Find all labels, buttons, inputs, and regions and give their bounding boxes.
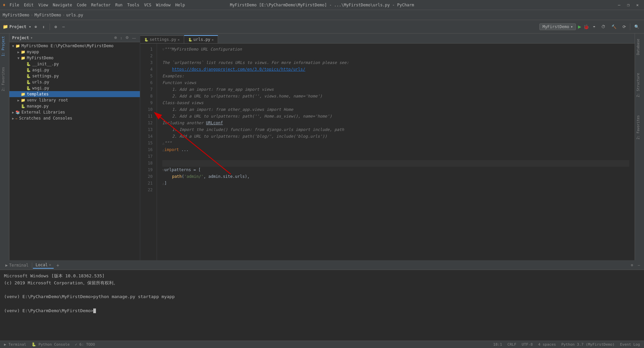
tab-settings[interactable]: 🐍 settings.py ✕: [140, 36, 184, 43]
code-text: Examples:: [162, 74, 184, 78]
line-numbers: 1 2 3 4 5 6 7 8 9 10 11 12 13 14 15 16 1: [140, 44, 157, 260]
code-text: The `urlpatterns` list routes URLs to vi…: [162, 60, 349, 65]
gear-icon[interactable]: ⊕: [33, 23, 39, 30]
status-position[interactable]: 18:1: [492, 342, 503, 347]
search-button[interactable]: 🔍: [632, 23, 641, 30]
project-icon: 📁: [3, 24, 8, 29]
code-line-15: △""": [162, 140, 629, 147]
status-indent[interactable]: 4 spaces: [537, 342, 557, 347]
build-button[interactable]: 🔨: [609, 23, 619, 30]
tree-item-wsgi[interactable]: ▶ 🐍 wsgi.py: [9, 85, 140, 91]
arrow-collapsed-icon: ▶: [12, 111, 14, 114]
tree-item-myfirstdemo-folder[interactable]: ▼ 📁 MyFirstDemo: [9, 55, 140, 61]
line-num-12: 12: [140, 120, 153, 127]
code-text: [162, 174, 172, 179]
code-text: """: [164, 141, 172, 145]
folder-icon: 📁: [21, 56, 25, 60]
menu-vcs[interactable]: VCS: [142, 2, 153, 8]
terminal-actions: ⚙ —: [630, 263, 641, 267]
window-title: MyFirstDemo [E:\PyCharmDemo\MyFirstDemo]…: [230, 3, 414, 7]
menu-navigate[interactable]: Navigate: [51, 2, 74, 8]
status-terminal-button[interactable]: ▶ Terminal: [3, 342, 28, 347]
tree-item-myapp[interactable]: ▶ 📁 myapp: [9, 49, 140, 55]
tab-urls[interactable]: 🐍 urls.py ✕: [184, 35, 218, 43]
menu-view[interactable]: View: [36, 2, 50, 8]
breadcrumb-item-project[interactable]: MyFirstDemo: [3, 13, 29, 17]
tab-close-button[interactable]: ✕: [177, 38, 179, 42]
sidebar-favorites-button[interactable]: 2: Favorites: [635, 112, 644, 143]
tree-item-external-libs[interactable]: ▶ 📚 External Libraries: [9, 109, 140, 115]
settings-icon[interactable]: ⚙: [53, 23, 59, 30]
terminal-close-button[interactable]: —: [636, 263, 641, 267]
menu-file[interactable]: File: [7, 2, 21, 8]
debug-button[interactable]: 🐞: [583, 24, 589, 29]
run-config-selector[interactable]: MyFirstDemo ▾: [539, 23, 576, 30]
menu-window[interactable]: Window: [154, 2, 172, 8]
status-python-console-button[interactable]: 🐍 Python Console: [30, 342, 71, 347]
close-button[interactable]: ✕: [634, 2, 641, 8]
code-text: 2. Add a URL to urlpatterns: path('', vi…: [162, 94, 322, 98]
code-content[interactable]: ▽"""MyFirstDemo URL Configuration The `u…: [157, 44, 635, 260]
menu-tools[interactable]: Tools: [125, 2, 141, 8]
tree-item-templates[interactable]: ▶ 📁 templates: [9, 91, 140, 97]
editor-container: 🐍 settings.py ✕ 🐍 urls.py ✕ 1 2 3 4 5: [140, 33, 635, 260]
separator: [50, 23, 50, 30]
code-line-5: Examples:: [162, 73, 629, 80]
tree-item-root[interactable]: ▼ 📁 MyFirstDemo E:\PyCharmDemo\MyFirstDe…: [9, 43, 140, 49]
import-keyword: import: [164, 147, 179, 152]
tab-close-button[interactable]: ✕: [212, 38, 214, 42]
py-icon: 🐍: [26, 86, 31, 90]
vcs-update-button[interactable]: ⟳: [621, 23, 628, 30]
maximize-button[interactable]: ❐: [625, 2, 632, 8]
sidebar-structure-button[interactable]: Z: Structure: [635, 70, 644, 100]
scope-icon[interactable]: ↕: [40, 23, 47, 30]
menu-edit[interactable]: Edit: [22, 2, 36, 8]
sep: [32, 263, 32, 268]
menu-run[interactable]: Run: [113, 2, 125, 8]
tab-urls-label: urls.py: [194, 37, 211, 42]
tree-item-venv[interactable]: ▶ 📁 venv library root: [9, 97, 140, 103]
panel-settings-button[interactable]: ⚙: [124, 35, 130, 41]
sidebar-database-button[interactable]: Database: [635, 36, 644, 58]
breadcrumb-item-module[interactable]: MyFirstDemo: [35, 13, 61, 17]
sidebar-item-favorites[interactable]: 2: Favorites: [0, 66, 9, 92]
status-crlf[interactable]: CRLF: [506, 342, 518, 347]
minus-icon[interactable]: —: [60, 23, 67, 30]
profile-button[interactable]: ⏱: [599, 23, 607, 30]
panel-collapse-button[interactable]: —: [131, 35, 137, 41]
status-todo-button[interactable]: ✓ 6: TODO: [74, 342, 97, 347]
favorites-label: 2: Favorites: [636, 114, 640, 141]
menu-help[interactable]: Help: [173, 2, 187, 8]
terminal-settings-button[interactable]: ⚙: [630, 263, 635, 267]
code-text: 2. Add a URL to urlpatterns: path('', Ho…: [162, 114, 332, 119]
tree-item-scratches[interactable]: ▶ ✏ Scratches and Consoles: [9, 115, 140, 121]
status-python-version[interactable]: Python 3.7 (MyFirstDemo): [560, 342, 616, 347]
tree-item-init-label: __init__.py: [32, 62, 59, 66]
sidebar-item-project[interactable]: 1: Project: [0, 35, 9, 58]
tab-close-icon[interactable]: ✕: [49, 263, 51, 267]
run-button[interactable]: ▶: [578, 23, 581, 30]
minimize-button[interactable]: —: [615, 2, 623, 8]
toolbar-left: 📁 Project ▾ ⊕ ↕ ⚙ —: [3, 23, 67, 30]
tree-item-myapp-label: myapp: [27, 50, 39, 54]
code-line-2: [162, 53, 629, 60]
status-event-log[interactable]: Event Log: [619, 342, 641, 347]
menu-code[interactable]: Code: [75, 2, 89, 8]
tab-local[interactable]: Local ✕: [33, 262, 54, 269]
tree-item-init[interactable]: ▶ 🐍 __init__.py: [9, 61, 140, 67]
main-area: 1: Project 2: Favorites Project ▾ ⊕ ↕ ⚙ …: [0, 33, 644, 260]
coverage-button[interactable]: ☂: [591, 23, 597, 30]
tree-item-asgi[interactable]: ▶ 🐍 asgi.py: [9, 67, 140, 73]
tree-item-manage[interactable]: ▶ 🐍 manage.py: [9, 103, 140, 109]
tab-terminal[interactable]: ▶ Terminal: [3, 262, 31, 268]
terminal-content[interactable]: Microsoft Windows [版本 10.0.18362.535] (c…: [0, 270, 644, 341]
tree-item-settings[interactable]: ▶ 🐍 settings.py: [9, 73, 140, 79]
panel-gear-button[interactable]: ⊕: [113, 35, 118, 41]
py-icon: 🐍: [26, 62, 31, 66]
breadcrumb-item-file[interactable]: urls.py: [66, 13, 83, 17]
panel-scope-button[interactable]: ↕: [119, 35, 124, 41]
status-encoding[interactable]: UTF-8: [520, 342, 534, 347]
add-terminal-button[interactable]: +: [54, 263, 62, 268]
menu-refactor[interactable]: Refactor: [89, 2, 113, 8]
tree-item-urls[interactable]: ▶ 🐍 urls.py: [9, 79, 140, 85]
